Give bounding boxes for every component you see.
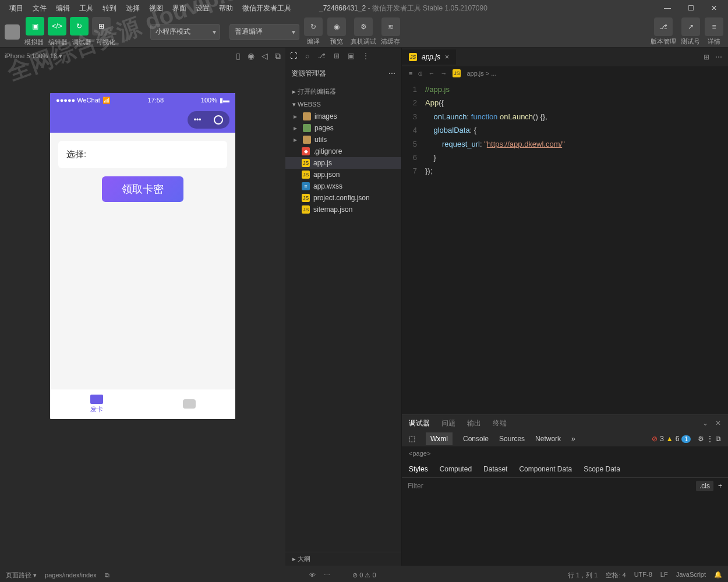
lang-status[interactable]: JavaScript [676,571,706,580]
realmachine-button[interactable]: ⚙ [354,17,373,36]
copy-icon[interactable]: ⧉ [105,572,109,579]
avatar[interactable] [5,24,20,40]
tab-scopedata[interactable]: Scope Data [584,465,620,473]
path-label[interactable]: 页面路径 ▾ [6,571,37,580]
tool-wxml[interactable]: Wxml [426,432,453,445]
mute-icon[interactable]: ◁ [261,51,268,61]
simulator-button[interactable]: ▣ [26,17,44,36]
device-icon[interactable]: ▯ [236,51,241,61]
root-folder[interactable]: WEBSS [285,98,401,111]
preview-button[interactable]: ◉ [327,17,346,36]
more-tools-icon[interactable]: » [571,435,575,443]
close-icon[interactable]: ✕ [705,1,723,15]
menu-项目[interactable]: 项目 [5,1,28,16]
files-icon[interactable]: ⛶ [290,52,297,60]
device-selector[interactable]: iPhone 5 100% 16 ▾ [5,52,62,60]
editor-button[interactable]: </> [48,17,66,36]
version-button[interactable]: ⎇ [654,17,673,36]
ext3-icon[interactable]: ⋮ [362,52,369,60]
open-editors-section[interactable]: 打开的编辑器 [285,85,401,98]
filter-input[interactable] [408,482,691,490]
tool-console[interactable]: Console [463,435,489,443]
menu-设置[interactable]: 设置 [191,1,214,16]
toggle-icon[interactable]: ≡ [409,70,412,77]
popout-icon[interactable]: ⧉ [716,435,721,443]
tab-problems[interactable]: 问题 [441,418,455,428]
menu-界面[interactable]: 界面 [168,1,191,16]
menu-文件[interactable]: 文件 [28,1,51,16]
compile-button[interactable]: ↻ [304,17,323,36]
menu-选择[interactable]: 选择 [121,1,144,16]
file-images[interactable]: images [285,111,401,122]
tab-other[interactable] [143,389,235,419]
more-icon[interactable]: ⋯ [715,53,722,61]
more-icon[interactable]: ⋯ [324,572,330,579]
tab-output[interactable]: 输出 [467,418,481,428]
split-icon[interactable]: ⊞ [704,53,709,61]
cut-icon[interactable]: ⧉ [275,51,281,61]
close-panel-icon[interactable]: ✕ [715,419,721,427]
indent-status[interactable]: 空格: 4 [606,571,625,580]
bell-icon[interactable]: 🔔 [714,571,722,580]
dock-icon[interactable]: ⋮ [706,435,713,443]
tab-faka[interactable]: 发卡 [50,389,143,419]
file-app.json[interactable]: JSapp.json [285,169,401,180]
menu-工具[interactable]: 工具 [75,1,98,16]
inspect-icon[interactable]: ⬚ [409,435,415,443]
menu-微信开发者工具[interactable]: 微信开发者工具 [238,1,296,16]
tab-debugger[interactable]: 调试器 [409,418,430,428]
menu-帮助[interactable]: 帮助 [214,1,238,16]
close-tab-icon[interactable]: × [445,53,449,61]
settings-icon[interactable]: ⚙ [698,435,704,443]
more-icon[interactable]: ⋯ [388,69,395,77]
collapse-icon[interactable]: ⌄ [702,419,708,427]
capsule-button[interactable]: ••• [188,111,229,129]
ext-icon[interactable]: ⊞ [334,52,340,60]
claim-button[interactable]: 领取卡密 [102,176,183,202]
git-icon[interactable]: ⎇ [317,52,326,60]
file-app.wxss[interactable]: ≡app.wxss [285,180,401,192]
tab-terminal[interactable]: 终端 [493,418,507,428]
target-icon[interactable] [214,115,223,125]
file-sitemap.json[interactable]: JSsitemap.json [285,204,401,215]
clearcache-button[interactable]: ≋ [381,17,400,36]
debugger-button[interactable]: ↻ [70,17,89,36]
outline-section[interactable]: 大纲 [285,552,401,566]
minimize-icon[interactable]: — [658,1,677,15]
breadcrumb[interactable]: ≡ ⟃ ←→ JS app.js > ... [402,66,728,80]
encoding-status[interactable]: UTF-8 [634,571,652,580]
compile-dropdown[interactable]: 普通编译 [229,24,299,40]
wxml-tree[interactable]: <page> [402,446,728,460]
eol-status[interactable]: LF [660,571,668,580]
ext2-icon[interactable]: ▣ [348,52,354,60]
add-style-icon[interactable]: + [718,482,722,490]
visual-button[interactable]: ⊞ [92,17,111,36]
details-button[interactable]: ≡ [705,17,723,36]
file-utils[interactable]: utils [285,134,401,146]
page-path[interactable]: pages/index/index [45,572,97,579]
record-icon[interactable]: ◉ [248,51,255,61]
cls-button[interactable]: .cls [696,481,713,491]
search-icon[interactable]: ⌕ [305,52,309,60]
cursor-position[interactable]: 行 1，列 1 [568,571,598,580]
file-project.config.json[interactable]: JSproject.config.json [285,192,401,204]
tab-appjs[interactable]: JS app.js × [402,49,456,65]
menu-转到[interactable]: 转到 [98,1,121,16]
bookmark-icon[interactable]: ⟃ [418,70,422,77]
tab-dataset[interactable]: Dataset [483,465,507,473]
tab-computed[interactable]: Computed [440,465,472,473]
menu-视图[interactable]: 视图 [144,1,168,16]
file-app.js[interactable]: JSapp.js [285,157,401,169]
file-pages[interactable]: pages [285,122,401,134]
mode-dropdown[interactable]: 小程序模式 [150,24,220,40]
tab-styles[interactable]: Styles [409,465,428,473]
tool-sources[interactable]: Sources [499,435,525,443]
maximize-icon[interactable]: ☐ [681,1,700,15]
tool-network[interactable]: Network [535,435,561,443]
eye-icon[interactable]: 👁 [309,572,316,579]
testnum-button[interactable]: ↗ [681,17,700,36]
menu-编辑[interactable]: 编辑 [51,1,75,16]
code-editor[interactable]: 1//app.js2App({3 onLaunch: function onLa… [402,80,728,414]
tab-componentdata[interactable]: Component Data [519,465,572,473]
errors-status[interactable]: ⊘ 0 ⚠ 0 [352,572,376,579]
